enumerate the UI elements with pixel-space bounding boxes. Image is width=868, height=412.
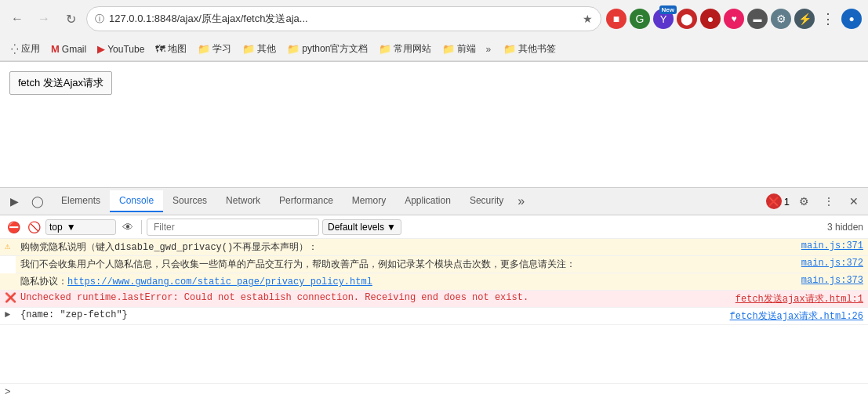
frontend-label: 前端 (457, 42, 476, 56)
browser-chrome: ← → ↻ ⓘ 127.0.0.1:8848/ajax/原生ajax/fetch… (0, 0, 868, 62)
other-bookmarks-label: 其他书签 (518, 42, 556, 56)
console-error-msg: Unchecked runtime.lastError: Could not e… (20, 292, 729, 303)
back-button[interactable]: ← (6, 8, 28, 30)
folder-icon-5: 📁 (442, 43, 455, 55)
console-input-row: > (0, 383, 868, 399)
tab-network[interactable]: Network (216, 190, 270, 212)
menu-icon[interactable]: ⋮ (818, 9, 838, 29)
bookmark-study[interactable]: 📁 学习 (193, 41, 236, 57)
folder-icon-4: 📁 (379, 43, 391, 55)
toolbar-divider (141, 220, 142, 234)
profile-avatar[interactable]: ● (841, 9, 862, 29)
tab-console[interactable]: Console (110, 190, 163, 212)
ext-icon-2[interactable]: G (630, 9, 650, 29)
console-prompt: > (5, 385, 11, 397)
console-clear-icon[interactable]: ⛔ (5, 221, 22, 233)
bookmark-python[interactable]: 📁 python官方文档 (282, 41, 372, 57)
maps-icon: 🗺 (155, 43, 165, 55)
tab-performance[interactable]: Performance (270, 190, 343, 212)
devtools-inspect-icon[interactable]: ▶ (3, 190, 25, 212)
console-input[interactable] (14, 386, 863, 397)
address-bar[interactable]: ⓘ 127.0.0.1:8848/ajax/原生ajax/fetch发送aja.… (86, 6, 601, 31)
reload-button[interactable]: ↻ (60, 8, 82, 30)
apps-icon: ⁛ (11, 44, 19, 55)
extension-area: ■ G Y New ⬤ ● ♥ ▬ ⚙ ⚡ ⋮ ● (606, 9, 862, 29)
error-count-badge: ❌ (766, 193, 782, 209)
fetch-button[interactable]: fetch 发送Ajax请求 (9, 71, 112, 95)
context-selector[interactable]: top ▼ (45, 219, 116, 235)
console-link-2[interactable]: main.js:372 (801, 258, 863, 269)
extensions-icon[interactable]: ⚡ (794, 9, 815, 29)
other-label: 其他 (257, 42, 276, 56)
bookmark-frontend[interactable]: 📁 前端 (438, 41, 481, 57)
bookmark-youtube[interactable]: ▶ YouTube (93, 42, 149, 56)
apps-label: 应用 (21, 42, 40, 56)
new-badge: New (659, 5, 677, 14)
ext-icon-4[interactable]: ⬤ (677, 9, 697, 29)
ext-icon-6[interactable]: ♥ (724, 9, 744, 29)
bookmark-star-icon[interactable]: ★ (583, 13, 593, 25)
console-msg-1: 购物党隐私说明（键入disable_gwd_privacy()不再显示本声明）： (20, 240, 795, 254)
console-link-1[interactable]: main.js:371 (801, 240, 863, 251)
tab-elements[interactable]: Elements (52, 190, 110, 212)
study-label: 学习 (212, 42, 231, 56)
console-msg-2: 我们不会收集用户个人隐私信息，只会收集一些简单的产品交互行为，帮助改善产品，例如… (20, 258, 795, 271)
error-count-container: ❌ 1 (766, 193, 790, 209)
maps-label: 地图 (168, 42, 187, 56)
console-row-2: 我们不会收集用户个人隐私信息，只会收集一些简单的产品交互行为，帮助改善产品，例如… (16, 256, 868, 273)
bookmark-other-bookmarks[interactable]: 📁 其他书签 (499, 41, 561, 57)
eye-icon[interactable]: 👁 (119, 221, 136, 233)
folder-icon-1: 📁 (198, 43, 210, 55)
devtools-menu-icon[interactable]: ⋮ (818, 190, 840, 212)
devtools-device-icon[interactable]: ◯ (27, 190, 49, 212)
ext-icon-3[interactable]: Y New (653, 9, 674, 29)
devtools-left-icons: ▶ ◯ (3, 190, 49, 212)
settings-icon[interactable]: ⚙ (771, 9, 791, 29)
console-row-obj: ► {name: "zep-fetch"} fetch发送ajax请求.html… (0, 308, 868, 325)
console-output: ⚠ 购物党隐私说明（键入disable_gwd_privacy()不再显示本声明… (0, 239, 868, 383)
devtools-close-icon[interactable]: ✕ (843, 190, 865, 212)
error-count-icon: ❌ (768, 197, 779, 207)
console-error-link[interactable]: fetch发送ajax请求.html:1 (735, 292, 863, 305)
address-text: 127.0.0.1:8848/ajax/原生ajax/fetch发送aja... (109, 12, 578, 26)
tab-sources[interactable]: Sources (163, 190, 216, 212)
folder-icon-2: 📁 (242, 43, 255, 55)
console-obj-msg: {name: "zep-fetch"} (20, 309, 724, 320)
obj-toggle-icon[interactable]: ► (5, 309, 17, 320)
console-toolbar: ⛔ 🚫 top ▼ 👁 Default levels ▼ 3 hidden (0, 215, 868, 239)
levels-dropdown-icon: ▼ (387, 222, 396, 233)
console-link-3[interactable]: main.js:373 (801, 275, 863, 286)
error-icon: ❌ (5, 292, 17, 304)
console-row-1: ⚠ 购物党隐私说明（键入disable_gwd_privacy()不再显示本声明… (0, 239, 868, 256)
bookmark-other[interactable]: 📁 其他 (238, 41, 281, 57)
ext-icon-1[interactable]: ■ (606, 9, 626, 29)
console-filter-icon[interactable]: 🚫 (25, 221, 42, 233)
devtools-right-area: ❌ 1 ⚙ ⋮ ✕ (766, 190, 865, 212)
bookmark-apps[interactable]: ⁛ 应用 (6, 41, 45, 57)
privacy-link[interactable]: https://www.gwdang.com/static_page/priva… (67, 276, 372, 287)
console-obj-link[interactable]: fetch发送ajax请求.html:26 (730, 309, 863, 323)
devtools-more-tabs-button[interactable]: » (513, 191, 529, 211)
devtools-panel: ▶ ◯ Elements Console Sources Network Per… (0, 187, 868, 399)
folder-icon-6: 📁 (503, 43, 516, 55)
filter-input[interactable] (147, 219, 319, 236)
bookmark-common[interactable]: 📁 常用网站 (374, 41, 436, 57)
context-dropdown-icon: ▼ (67, 222, 76, 233)
ext-icon-7[interactable]: ▬ (747, 9, 768, 29)
devtools-tabbar: ▶ ◯ Elements Console Sources Network Per… (0, 188, 868, 215)
folder-icon-3: 📁 (287, 43, 300, 55)
tab-security[interactable]: Security (460, 190, 513, 212)
youtube-label: YouTube (107, 44, 144, 55)
top-bar: ← → ↻ ⓘ 127.0.0.1:8848/ajax/原生ajax/fetch… (0, 0, 868, 38)
forward-button[interactable]: → (33, 8, 55, 30)
context-value: top (49, 222, 63, 233)
tab-memory[interactable]: Memory (343, 190, 395, 212)
bookmark-gmail[interactable]: M Gmail (46, 42, 91, 56)
devtools-settings-icon[interactable]: ⚙ (793, 190, 815, 212)
gmail-icon: M (51, 43, 60, 55)
ext-icon-5[interactable]: ● (700, 9, 721, 29)
bookmarks-more-button[interactable]: » (482, 42, 494, 56)
tab-application[interactable]: Application (395, 190, 460, 212)
bookmark-maps[interactable]: 🗺 地图 (151, 41, 191, 57)
levels-selector[interactable]: Default levels ▼ (322, 219, 401, 235)
